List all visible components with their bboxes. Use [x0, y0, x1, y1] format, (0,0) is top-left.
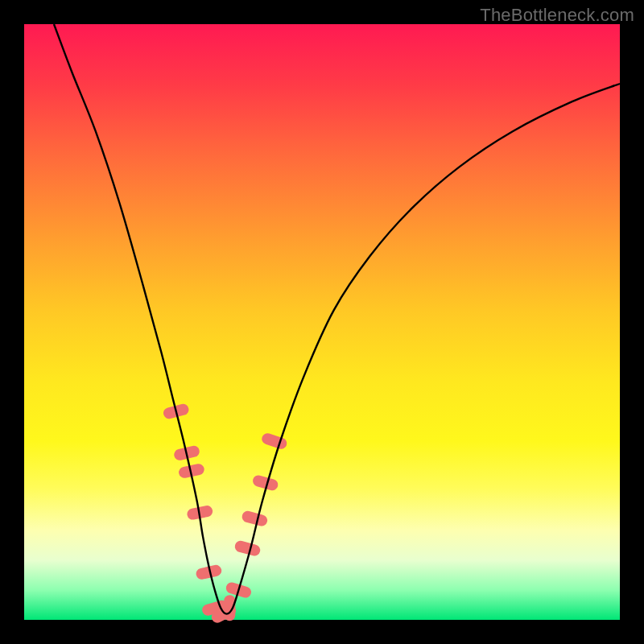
- bottleneck-curve-path: [54, 24, 620, 614]
- marker-bead: [233, 539, 262, 557]
- curve-svg: [24, 24, 620, 620]
- watermark-text: TheBottleneck.com: [480, 5, 634, 26]
- chart-container: TheBottleneck.com: [0, 0, 644, 644]
- marker-bead: [260, 431, 288, 450]
- plot-area: [24, 24, 620, 620]
- marker-bead: [241, 510, 269, 527]
- marker-group: [162, 402, 288, 625]
